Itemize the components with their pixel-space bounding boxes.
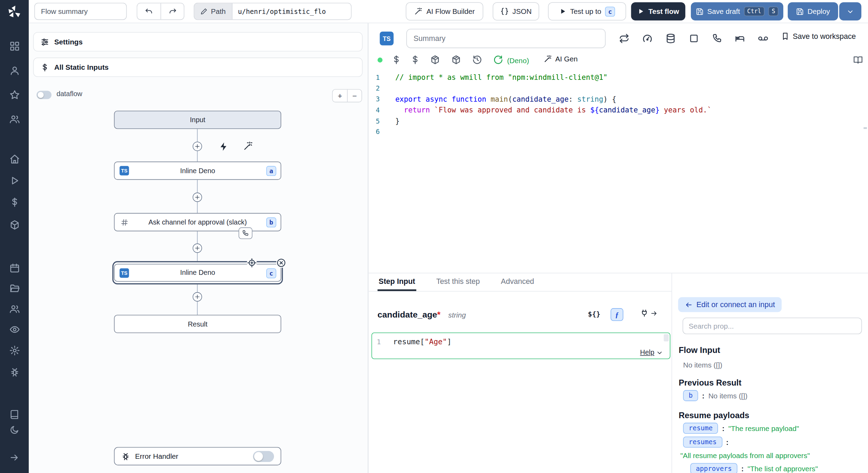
sidebar-item-runs[interactable] [8,174,21,187]
sidebar-item-groups[interactable] [8,112,21,126]
windmill-logo-icon[interactable] [7,5,22,19]
json-button[interactable]: JSON [493,2,539,20]
package-button[interactable] [430,55,440,65]
typescript-badge: TS [119,268,129,278]
kbd-ctrl: Ctrl [744,7,765,16]
node-result[interactable]: Result [114,315,281,333]
tab-test-this-step[interactable]: Test this step [435,273,481,291]
ai-gen-button[interactable]: AI Gen [544,55,578,63]
prop-chip-resume[interactable]: resume [683,423,718,434]
save-draft-button[interactable]: Save draft Ctrl S [691,2,783,20]
insert-variable-button[interactable] [391,55,401,65]
node-step-b[interactable]: Ask channel for approval (slack) b [114,213,281,231]
help-link[interactable]: Help [640,348,663,356]
undo-button[interactable] [137,3,160,19]
green-status-dot [377,58,382,62]
bug-icon [121,452,130,461]
edit-connect-button[interactable]: Edit or connect an input [678,297,782,312]
sidebar-item-resources[interactable] [8,218,21,231]
retries-button[interactable] [619,33,629,44]
insert-step-button[interactable] [193,142,202,151]
sidebar-item-workers[interactable] [8,365,21,378]
test-flow-button[interactable]: Test flow [631,2,685,20]
move-step-button[interactable] [247,258,257,268]
expression-code[interactable]: 1resume["Age"] [372,335,670,348]
trigger-bolt-button[interactable] [219,142,229,152]
sidebar-item-users[interactable] [8,302,21,315]
input-expression-editor[interactable]: 1resume["Age"] Help [372,332,670,359]
test-up-to-button[interactable]: Test up to c [548,2,626,20]
user-icon [9,65,19,75]
prop-search-input[interactable] [683,318,862,334]
sidebar-item-schedules[interactable] [8,261,21,274]
suspend-approval-chip[interactable] [239,227,252,239]
error-handler-toggle[interactable] [253,451,274,462]
redo-button[interactable] [160,3,184,19]
ai-flow-builder-button[interactable]: AI Flow Builder [406,2,483,20]
typescript-badge: TS [119,166,129,175]
sidebar-item-variables[interactable] [8,195,21,209]
flow-summary-input[interactable] [34,3,127,20]
tab-advanced[interactable]: Advanced [500,273,535,291]
function-toggle-button[interactable]: ƒ [611,308,624,321]
path-label: Path [211,7,226,16]
sidebar-expand-button[interactable] [8,451,21,464]
phone-icon [712,33,722,44]
bookmark-icon [781,32,790,40]
sidebar-item-account[interactable] [8,64,21,77]
reload-runtime-button[interactable] [493,55,503,65]
insert-step-button[interactable] [193,244,202,253]
insert-resource-button[interactable] [410,55,420,65]
step-summary-input[interactable] [406,29,606,48]
suspend-button[interactable] [712,33,722,44]
cache-button[interactable] [665,33,676,44]
sidebar-item-audit-logs[interactable] [8,323,21,336]
magic-wand-icon [414,7,423,16]
sidebar-item-docs[interactable] [8,408,21,421]
settings-label: Settings [54,37,83,46]
book-icon [9,409,19,420]
node-step-a[interactable]: TS Inline Deno a [114,162,281,180]
zoom-out-button[interactable]: − [347,90,361,102]
sidebar-item-favorites[interactable] [8,88,21,101]
script-library-button[interactable] [853,55,863,65]
connect-input-button[interactable] [640,309,658,318]
flow-input-title: Flow Input [679,345,720,355]
flow-settings-row[interactable]: Settings [33,32,363,51]
zoom-in-button[interactable]: + [333,90,347,102]
sidebar-item-theme-toggle[interactable] [8,423,21,437]
insert-step-button[interactable] [193,193,202,202]
code-editor[interactable]: 1// import * as wmill from "npm:windmill… [369,72,860,137]
sidebar-item-folders[interactable] [8,282,21,295]
insert-step-button[interactable] [193,292,202,302]
prop-chip-resumes[interactable]: resumes [683,437,722,448]
step-badge: c [605,6,615,16]
node-input[interactable]: Input [114,111,281,129]
dataflow-toggle[interactable] [36,91,51,99]
all-static-inputs-row[interactable]: All Static Inputs [33,58,363,77]
sidebar-item-home[interactable] [8,152,21,165]
concurrency-button[interactable] [642,33,652,44]
magic-wand-icon [243,141,253,151]
sidebar-item-workspaces[interactable] [8,39,21,52]
deploy-button[interactable]: Deploy [788,2,838,20]
save-to-workspace-button[interactable]: Save to workspace [781,32,856,40]
reset-history-button[interactable] [472,55,482,65]
prop-chip-b[interactable]: b [683,390,698,401]
path-input[interactable] [232,3,351,19]
delete-step-button[interactable] [276,258,286,268]
modules-button[interactable] [451,55,461,65]
tab-step-input[interactable]: Step Input [377,273,416,291]
prop-chip-approvers[interactable]: approvers [690,463,737,473]
sidebar-item-settings[interactable] [8,344,21,357]
sleep-button[interactable] [735,33,745,44]
early-stop-button[interactable] [688,33,699,44]
error-handler-row[interactable]: Error Handler [114,447,281,465]
moon-icon [9,425,19,435]
mock-button[interactable] [758,33,768,44]
ai-insert-button[interactable] [243,141,253,151]
edit-path-button[interactable]: Path [194,3,233,19]
deploy-more-button[interactable] [839,2,861,20]
slack-hash-icon [121,219,128,226]
interpolate-button[interactable]: ${} [588,310,600,318]
